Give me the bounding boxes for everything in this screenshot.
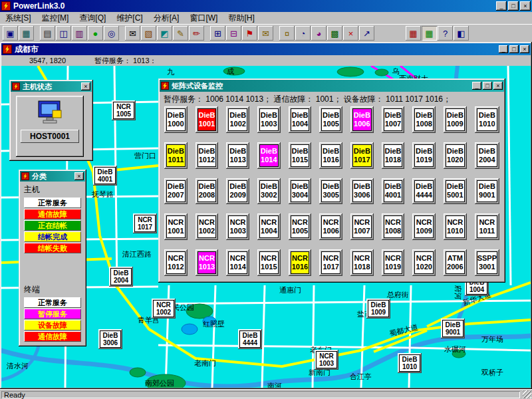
matrix-device-DieB-1019[interactable]: DieB1019	[412, 142, 436, 169]
window-cascade-button[interactable]: ◧	[454, 26, 469, 41]
host-button[interactable]: HOST0001	[16, 96, 84, 157]
draw-button[interactable]: ✏	[189, 26, 204, 41]
matrix-device-DieB-2007[interactable]: DieB2007	[164, 178, 188, 205]
matrix-minimize-button[interactable]: _	[472, 82, 481, 90]
map-device-DieB-4444[interactable]: DieB4444	[238, 329, 262, 349]
matrix-device-DieB-1003[interactable]: DieB1003	[257, 106, 281, 133]
matrix-device-NCR-1013[interactable]: NCR1013	[196, 249, 219, 276]
matrix-device-DieB-2008[interactable]: DieB2008	[196, 178, 219, 205]
city-close-button[interactable]: ×	[520, 45, 529, 53]
menu-item-help[interactable]: 帮助[H]	[223, 12, 259, 25]
minimize-button[interactable]: _	[496, 1, 507, 11]
matrix-device-DieB-1004[interactable]: DieB1004	[289, 106, 312, 133]
city-minimize-button[interactable]: _	[499, 45, 508, 53]
matrix-device-NCR-1007[interactable]: NCR1007	[350, 213, 374, 240]
map-device-DieB-1009[interactable]: DieB1009	[366, 299, 390, 319]
database-button[interactable]: ◩	[157, 26, 172, 41]
preview-button[interactable]: ◫	[56, 26, 71, 41]
matrix-device-DieB-4444[interactable]: DieB4444	[412, 178, 436, 205]
matrix-device-DieB-1002[interactable]: DieB1002	[226, 106, 249, 133]
device-status-button[interactable]: ▦	[19, 26, 34, 41]
matrix-device-NCR-1006[interactable]: NCR1006	[319, 213, 342, 240]
matrix-device-DieB-2004[interactable]: DieB2004	[475, 142, 499, 169]
matrix-device-NCR-1001[interactable]: NCR1001	[164, 213, 188, 240]
map-device-DieB-1010[interactable]: DieB1010	[398, 353, 422, 373]
pie-chart-button[interactable]: ◕	[311, 26, 327, 41]
matrix-device-NCR-1004[interactable]: NCR1004	[257, 213, 281, 240]
legend-window-titlebar[interactable]: 分类 ×	[20, 171, 85, 182]
matrix-maximize-button[interactable]: □	[483, 82, 492, 90]
close-button[interactable]: ×	[520, 1, 531, 11]
main-titlebar[interactable]: PowerLink3.0 _ □ ×	[0, 0, 532, 12]
cabinet-button[interactable]: ▧	[141, 26, 156, 41]
alarm-flag-button[interactable]: ⚑	[242, 26, 257, 41]
trend-button[interactable]: ↗	[359, 26, 374, 41]
matrix-device-DieB-1020[interactable]: DieB1020	[444, 142, 467, 169]
menu-item-analyze[interactable]: 分析[A]	[148, 12, 185, 25]
matrix-device-DieB-1013[interactable]: DieB1013	[226, 142, 249, 169]
matrix-device-NCR-1019[interactable]: NCR1019	[382, 249, 405, 276]
matrix-device-DieB-1015[interactable]: DieB1015	[289, 142, 312, 169]
city-window-titlebar[interactable]: 成都市 _ □ ×	[1, 43, 531, 55]
matrix-device-DieB-1009[interactable]: DieB1009	[444, 106, 467, 133]
matrix-window-titlebar[interactable]: 矩阵式设备监控 _ □ ×	[160, 80, 504, 92]
matrix-close-button[interactable]: ×	[493, 82, 503, 90]
matrix-device-DieB-2009[interactable]: DieB2009	[226, 178, 249, 205]
city-restore-button[interactable]: □	[509, 45, 519, 53]
host-status-button[interactable]: ▣	[3, 26, 18, 41]
matrix-device-DieB-1000[interactable]: DieB1000	[164, 106, 188, 133]
map-device-DieB-9001[interactable]: DieB9001	[441, 319, 465, 338]
map-device-DieB-3006[interactable]: DieB3006	[98, 329, 122, 349]
matrix-device-DieB-1014[interactable]: DieB1014	[257, 142, 281, 169]
edit-button[interactable]: ✎	[173, 26, 188, 41]
map-device-DieB-4001[interactable]: DieB4001	[93, 166, 117, 186]
matrix-device-DieB-1011[interactable]: DieB1011	[164, 142, 188, 169]
matrix-device-NCR-1002[interactable]: NCR1002	[196, 213, 219, 240]
matrix-device-DieB-1016[interactable]: DieB1016	[319, 142, 342, 169]
matrix-device-NCR-1012[interactable]: NCR1012	[164, 249, 188, 276]
legend-close-button[interactable]: ×	[74, 172, 84, 180]
matrix-device-NCR-1018[interactable]: NCR1018	[350, 249, 374, 276]
host-window-titlebar[interactable]: 主机状态 ×	[11, 81, 92, 92]
matrix-device-NCR-1003[interactable]: NCR1003	[226, 213, 249, 240]
menu-item-system[interactable]: 系统[S]	[0, 12, 37, 25]
resize-grip-icon[interactable]	[523, 390, 531, 398]
map-device-NCR-1017[interactable]: NCR1017	[133, 213, 157, 233]
matrix-device-NCR-1009[interactable]: NCR1009	[412, 213, 436, 240]
menu-item-window[interactable]: 窗口[W]	[184, 12, 223, 25]
menu-item-maintain[interactable]: 维护[C]	[111, 12, 148, 25]
matrix-device-DieB-1005[interactable]: DieB1005	[319, 106, 342, 133]
map-device-NCR-1003[interactable]: NCR1003	[315, 350, 338, 370]
table-edit-button[interactable]: ⊟	[226, 26, 241, 41]
matrix-device-NCR-1008[interactable]: NCR1008	[382, 213, 405, 240]
matrix-device-NCR-1017[interactable]: NCR1017	[319, 249, 342, 276]
matrix-device-ATM-2006[interactable]: ATM2006	[444, 249, 467, 276]
matrix-device-NCR-1011[interactable]: NCR1011	[475, 213, 499, 240]
matrix-device-DieB-1008[interactable]: DieB1008	[412, 106, 436, 133]
matrix-device-DieB-9001[interactable]: DieB9001	[475, 178, 499, 205]
matrix-device-DieB-4001[interactable]: DieB4001	[382, 178, 405, 205]
billing-button[interactable]: ¤	[279, 26, 295, 41]
maximize-button[interactable]: □	[508, 1, 519, 11]
data-table-button[interactable]: ⊞	[210, 26, 225, 41]
matrix-device-DieB-1006[interactable]: DieB1006	[350, 106, 374, 133]
help-button[interactable]: ?	[438, 26, 453, 41]
bar-chart-button[interactable]: ▩	[327, 26, 342, 41]
matrix-device-SSPP-3001[interactable]: SSPP3001	[475, 249, 499, 276]
matrix-device-DieB-3002[interactable]: DieB3002	[257, 178, 281, 205]
cancel-button[interactable]: ×	[343, 26, 358, 41]
matrix-device-DieB-1007[interactable]: DieB1007	[382, 106, 405, 133]
matrix-device-DieB-3004[interactable]: DieB3004	[289, 178, 312, 205]
run-status-button[interactable]: ●	[88, 26, 103, 41]
search-button[interactable]: ◎	[104, 26, 119, 41]
message-button[interactable]: ✉	[258, 26, 273, 41]
map-device-NCR-1005[interactable]: NCR1005	[112, 100, 136, 120]
matrix-device-DieB-1018[interactable]: DieB1018	[382, 142, 405, 169]
matrix-device-DieB-3005[interactable]: DieB3005	[319, 178, 342, 205]
matrix-device-NCR-1014[interactable]: NCR1014	[226, 249, 249, 276]
matrix-device-NCR-1010[interactable]: NCR1010	[444, 213, 467, 240]
matrix-device-DieB-3006[interactable]: DieB3006	[350, 178, 374, 205]
mail-button[interactable]: ✉	[125, 26, 140, 41]
menu-item-monitor[interactable]: 监控[M]	[37, 12, 74, 25]
matrix-device-DieB-1012[interactable]: DieB1012	[196, 142, 219, 169]
